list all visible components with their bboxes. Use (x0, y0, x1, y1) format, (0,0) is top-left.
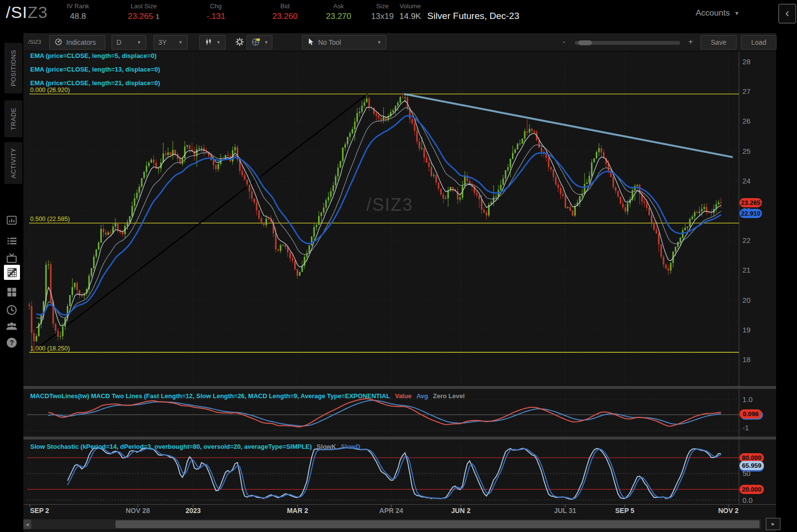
stoch-axis-mid: 50 (742, 469, 751, 477)
quote-stat-value: 23.270 (314, 12, 363, 21)
legend-item: Zero Level (433, 392, 465, 400)
quote-stat-value: 48.8 (56, 12, 100, 21)
drawing-tool-dropdown[interactable]: No Tool ▼ (302, 35, 386, 50)
y-axis-label: 22 (742, 236, 751, 244)
x-axis-label: APR 24 (374, 507, 408, 514)
y-axis-label: 18 (742, 355, 751, 364)
report-icon[interactable] (5, 214, 18, 227)
collapse-icon: ‹ (785, 6, 789, 19)
macd-study-label[interactable]: MACDTwoLines(tw) MACD Two Lines (Fast Le… (30, 392, 465, 400)
quote-stat-label: Volume (393, 2, 428, 10)
quote-stat-label: Chg (191, 2, 240, 10)
last-price-bubble: 22.910 (740, 209, 762, 218)
quote-stat-value: 23.2651 (112, 12, 175, 21)
x-axis-label: JUN 2 (444, 507, 478, 514)
y-axis-label: 21 (742, 266, 751, 274)
quote-stat: IV Rank48.8 (56, 2, 100, 21)
left-sidebar: POSITIONSTRADEACTIVITY? (0, 28, 23, 532)
chart-type-dropdown[interactable]: ▼ (199, 35, 226, 50)
trading-platform-window: /SIZ3 IV Rank48.8Last Size23.2651Chg-.13… (0, 0, 797, 532)
x-axis-label: MAR 2 (281, 507, 315, 514)
indicators-label: Indicators (66, 38, 96, 46)
quote-stat-value: -.131 (191, 12, 240, 21)
chart-scrollbar-thumb[interactable] (115, 520, 759, 528)
tv-icon[interactable] (5, 252, 18, 264)
range-value: 3Y (158, 38, 167, 46)
ema21-study-label[interactable]: EMA (price=CLOSE, length=21, displace=0) (30, 79, 160, 87)
sidebar-tab-trade[interactable]: TRADE (4, 100, 22, 137)
quote-stat-label: Ask (314, 2, 363, 10)
stochastic-study-label[interactable]: Slow Stochastic (kPeriod=14, dPeriod=3, … (30, 443, 361, 450)
zoom-in-button[interactable]: + (688, 37, 693, 46)
symbol-logo: /SIZ3 (6, 3, 48, 22)
trendline-down[interactable] (404, 94, 733, 157)
legend-item: SlowK (317, 443, 336, 450)
panel-divider[interactable] (23, 437, 776, 440)
help-icon[interactable]: ? (5, 336, 18, 349)
sidebar-tab-positions[interactable]: POSITIONS (4, 43, 22, 93)
save-button[interactable]: Save (701, 35, 737, 50)
scroll-right-icon[interactable]: ▸ (766, 518, 780, 530)
layout-grid-dropdown[interactable]: ▼ (247, 35, 272, 50)
symbol-main: /SI (6, 3, 28, 21)
community-icon[interactable] (5, 320, 18, 332)
x-axis-label: NOV 28 (121, 507, 155, 514)
fib-level-label[interactable]: 0.500 (22.585) (30, 216, 70, 222)
last-price-bubble: 23.265 (740, 198, 762, 207)
macd-axis-bottom: -1 (742, 423, 749, 432)
history-icon[interactable] (5, 304, 18, 316)
layout-grid-icon (251, 37, 261, 48)
y-axis-label: 28 (742, 57, 751, 66)
indicators-icon (54, 37, 63, 48)
drawing-tool-value: No Tool (318, 38, 341, 46)
y-axis-label: 20 (742, 296, 751, 304)
accounts-label: Accounts (696, 8, 730, 18)
load-button[interactable]: Load (741, 35, 777, 50)
range-dropdown[interactable]: 3Y ▼ (153, 35, 188, 50)
quote-stat-label: Last Size (112, 2, 175, 10)
trendline-up[interactable] (34, 94, 367, 351)
quote-stat: Volume14.9K (393, 2, 428, 21)
scroll-left-icon[interactable]: ◂ (23, 519, 31, 529)
svg-text:?: ? (10, 339, 14, 347)
legend-item: Value (395, 392, 412, 400)
ema5-study-label[interactable]: EMA (price=CLOSE, length=5, displace=0) (30, 52, 156, 59)
fib-level-label[interactable]: 0.000 (26.920) (30, 87, 70, 93)
y-axis-label: 26 (742, 117, 751, 125)
y-axis-label: 25 (742, 147, 751, 155)
sidebar-tab-activity[interactable]: ACTIVITY (4, 142, 22, 184)
timeframe-dropdown[interactable]: D ▼ (112, 35, 146, 50)
chevron-down-icon: ▼ (734, 10, 740, 16)
accounts-menu[interactable]: Accounts ▼ (696, 8, 740, 18)
macd-axis-top: 1.0 (742, 395, 753, 404)
macd-value-bubble: 0.096 (740, 409, 762, 419)
panel-divider[interactable] (23, 386, 776, 389)
gear-icon (235, 37, 245, 48)
toolbar-symbol-input[interactable]: /SIZ3 (28, 39, 41, 45)
y-axis-label: 27 (742, 87, 751, 95)
zoom-out-button[interactable]: - (563, 37, 565, 46)
fib-level-label[interactable]: 1.000 (18.250) (30, 345, 70, 352)
chart-type-icon (204, 37, 213, 48)
collapse-panel-button[interactable]: ‹ (778, 4, 796, 23)
chevron-down-icon: ▼ (178, 40, 183, 45)
chart-settings-button[interactable] (232, 35, 247, 50)
chart-icon[interactable] (6, 266, 19, 279)
quote-stat: Last Size23.2651 (112, 2, 175, 21)
x-axis-label: JUL 31 (548, 507, 582, 514)
study-title: MACDTwoLines(tw) MACD Two Lines (Fast Le… (30, 392, 390, 400)
grid-icon[interactable] (5, 286, 18, 298)
cursor-icon (307, 37, 315, 48)
watchlist-icon[interactable] (5, 235, 18, 247)
chevron-down-icon: ▼ (377, 40, 381, 45)
quote-stat-label: IV Rank (56, 2, 100, 10)
indicators-button[interactable]: Indicators (49, 35, 105, 50)
x-axis-label: SEP 5 (607, 507, 642, 514)
symbol-sub: Z3 (28, 3, 48, 21)
x-axis-label: 2023 (176, 507, 210, 514)
stoch-axis-bottom: 0.0 (742, 496, 753, 504)
ema13-study-label[interactable]: EMA (price=CLOSE, length=13, displace=0) (30, 66, 160, 73)
quote-stat: Ask23.270 (314, 2, 363, 21)
zoom-slider-thumb[interactable] (578, 40, 592, 45)
chevron-down-icon: ▼ (264, 40, 268, 45)
